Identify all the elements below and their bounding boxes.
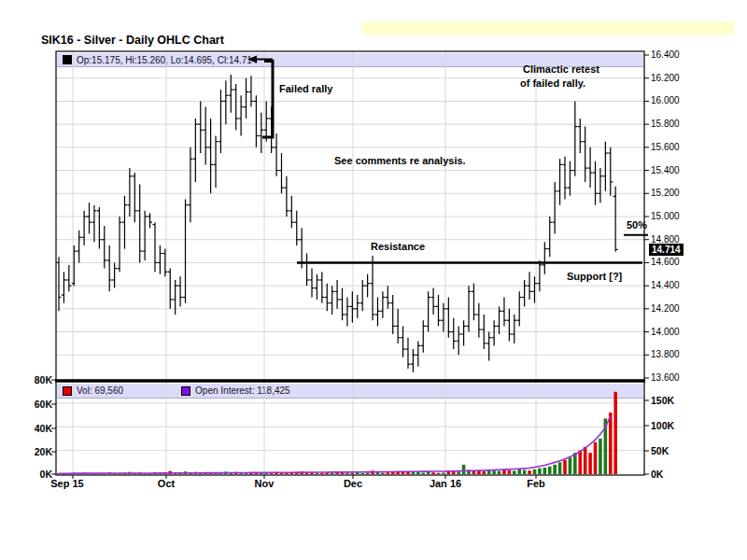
- volume-bar: [609, 413, 613, 474]
- ohlc-bar: [204, 107, 208, 165]
- price-axis-label: 14.200: [651, 304, 680, 314]
- volume-bar: [613, 392, 617, 474]
- ohlc-bar: [390, 295, 395, 334]
- ohlc-bar: [583, 127, 587, 182]
- ohlc-bar: [401, 326, 405, 357]
- ohlc-bar: [158, 245, 162, 274]
- ohlc-bar: [152, 222, 157, 272]
- price-axis-label: 14.000: [651, 328, 680, 337]
- ohlc-bar: [127, 168, 132, 217]
- volume-bar: [427, 472, 430, 474]
- volume-bar: [538, 469, 542, 474]
- ohlc-bar: [568, 161, 572, 196]
- ohlc-bar: [451, 318, 456, 349]
- ohlc-bar: [501, 298, 506, 327]
- ohlc-bar: [310, 269, 315, 298]
- volume-bar: [416, 472, 420, 474]
- price-axis-label: 15.400: [651, 166, 680, 175]
- volume-bar: [360, 473, 364, 474]
- ohlc-bar: [122, 196, 127, 249]
- ohlc-bar: [380, 291, 385, 317]
- ohlc-bar: [289, 196, 294, 229]
- x-axis-label: Nov: [255, 478, 275, 489]
- volume-bar: [528, 470, 531, 474]
- ohlc-bar: [588, 147, 593, 188]
- ohlc-bar: [492, 320, 497, 345]
- volume-right-axis-label: 0K: [651, 469, 663, 479]
- ohlc-bar: [208, 119, 213, 193]
- ohlc-bar: [507, 309, 512, 342]
- price-axis-label: 15.200: [651, 189, 680, 198]
- volume-bar: [381, 472, 385, 474]
- ohlc-bar: [340, 288, 345, 321]
- volume-left-axis-label: 20K: [23, 447, 52, 456]
- ohlc-bar: [553, 182, 557, 234]
- chart-screenshot: SIK16 - Silver - Daily OHLC Chart Op:15.…: [0, 0, 747, 560]
- volume-bar: [482, 471, 486, 474]
- ohlc-bar: [355, 295, 359, 318]
- volume-right-axis-label: 50K: [651, 446, 669, 455]
- ohlc-bar: [188, 147, 192, 222]
- ohlc-bar: [472, 284, 476, 321]
- ohlc-bar: [522, 280, 527, 306]
- volume-bar: [345, 473, 349, 474]
- volume-bar: [508, 470, 512, 474]
- annotation-climactic-line2: of failed rally.: [520, 77, 585, 89]
- volume-left-axis-label: 60K: [23, 399, 52, 409]
- ohlc-bar: [436, 295, 441, 326]
- ohlc-bar: [613, 187, 618, 252]
- ohlc-bar: [133, 173, 137, 222]
- volume-bar: [457, 471, 460, 474]
- volume-bar: [553, 465, 557, 474]
- ohlc-bar: [57, 257, 62, 311]
- ohlc-bar: [315, 274, 319, 300]
- open-interest-line: [59, 416, 611, 474]
- ohlc-bar: [547, 217, 552, 257]
- volume-bar: [594, 442, 598, 474]
- price-axis-label: 14.800: [651, 235, 680, 245]
- ohlc-bar: [335, 280, 340, 309]
- volume-bar: [320, 473, 324, 474]
- ohlc-bar: [319, 272, 324, 302]
- ohlc-bar: [223, 80, 228, 124]
- volume-bar: [563, 460, 567, 474]
- ohlc-bar: [431, 288, 436, 315]
- price-axis-label: 16.400: [651, 50, 680, 60]
- price-axis-label: 14.400: [651, 281, 680, 290]
- x-axis-label: Sep 15: [50, 478, 83, 489]
- volume-bar: [578, 451, 582, 474]
- annotation-resistance: Resistance: [371, 241, 425, 252]
- ohlc-bar: [284, 176, 289, 217]
- price-axis-label: 15.600: [651, 143, 680, 152]
- x-axis-label: Jan 16: [430, 478, 461, 489]
- volume-left-axis-label: 40K: [23, 424, 52, 433]
- price-axis-label: 15.800: [651, 119, 680, 129]
- volume-bar: [533, 469, 537, 474]
- volume-bar: [462, 465, 466, 474]
- volume-right-axis-label: 100K: [651, 421, 674, 430]
- ohlc-bar: [102, 226, 106, 269]
- x-axis-label: Feb: [527, 478, 545, 489]
- annotation-fifty-percent: 50%: [627, 219, 647, 231]
- ohlc-bar: [107, 245, 112, 291]
- ohlc-bar: [229, 75, 233, 113]
- price-axis-label: 13.600: [651, 373, 680, 383]
- ohlc-bar: [537, 260, 542, 291]
- volume-bar: [573, 453, 577, 474]
- ohlc-bar: [572, 101, 577, 175]
- ohlc-bar: [421, 320, 426, 353]
- volume-bar: [543, 468, 547, 474]
- ohlc-bar: [168, 269, 173, 309]
- volume-bar: [599, 439, 602, 474]
- ohlc-bar: [476, 303, 481, 338]
- annotation-see-comments: See comments re analysis.: [334, 155, 466, 166]
- ohlc-bar: [137, 184, 142, 262]
- ohlc-bar: [214, 136, 218, 189]
- ohlc-bar: [563, 157, 568, 200]
- price-axis-label: 16.000: [651, 96, 680, 105]
- ohlc-bar: [254, 95, 259, 147]
- ohlc-bar: [248, 76, 253, 106]
- ohlc-bar: [198, 101, 203, 153]
- ohlc-bar: [325, 284, 330, 312]
- ohlc-bar: [233, 84, 238, 130]
